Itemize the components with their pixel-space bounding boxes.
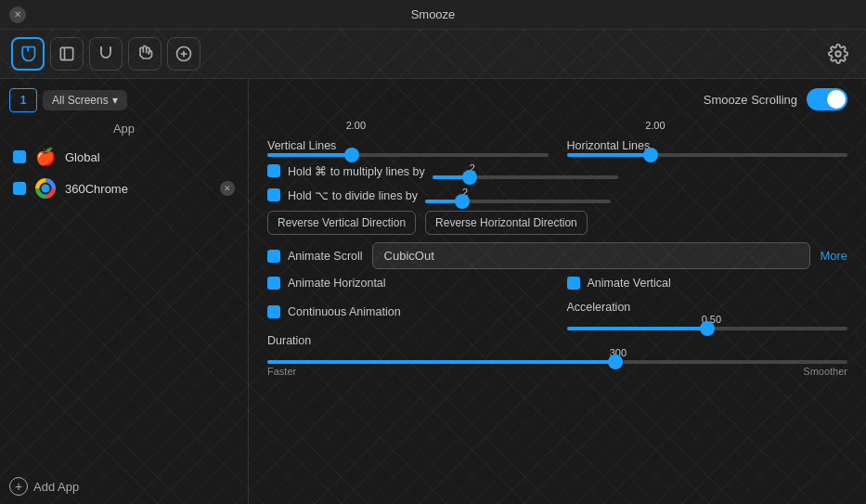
nav-hand-icon[interactable]: [128, 37, 162, 71]
nav-mouse-icon[interactable]: [11, 37, 45, 71]
settings-icon[interactable]: [821, 37, 855, 71]
divide-label: Hold ⌥ to divide lines by: [288, 188, 418, 202]
multiply-track: [433, 175, 618, 179]
all-screens-button[interactable]: All Screens ▾: [43, 90, 127, 110]
duration-thumb[interactable]: [608, 355, 623, 369]
multiply-thumb[interactable]: [462, 170, 477, 185]
animate-type-label: CubicOut: [384, 249, 434, 263]
animate-scroll-label: Animate Scroll: [288, 250, 363, 263]
add-app-button[interactable]: + Add App: [9, 477, 239, 496]
vertical-lines-value: 2.00: [346, 120, 366, 131]
svg-point-8: [835, 51, 841, 57]
animate-vertical-checkbox[interactable]: [567, 277, 580, 290]
animate-horizontal-label: Animate Horizontal: [288, 277, 386, 290]
animate-options-row: Animate Horizontal Animate Vertical: [267, 277, 847, 297]
app-name-global: Global: [65, 150, 235, 164]
window-title: Smooze: [411, 7, 456, 21]
reverse-horizontal-button[interactable]: Reverse Horizontal Direction: [425, 211, 588, 235]
animate-horizontal-checkbox[interactable]: [267, 277, 280, 290]
nav-magnet-icon[interactable]: [89, 37, 123, 71]
topnav: [0, 30, 866, 79]
screen-badge: 1: [9, 88, 37, 112]
app-name-chrome: 360Chrome: [65, 182, 211, 196]
acceleration-track: [567, 327, 848, 330]
duration-row: Duration 300 Faster Smoother: [267, 334, 847, 377]
continuous-accel-row: Continuous Animation Acceleration 0.50: [267, 301, 847, 330]
app-item-chrome[interactable]: 360Chrome ✕: [9, 173, 239, 204]
duration-track: [267, 360, 847, 364]
horizontal-lines-value: 2.00: [645, 120, 665, 131]
close-button[interactable]: ✕: [9, 6, 26, 23]
reverse-row: Reverse Vertical Direction Reverse Horiz…: [267, 211, 847, 235]
add-icon: +: [9, 477, 28, 496]
multiply-row: Hold ⌘ to multiply lines by 2: [267, 162, 847, 179]
duration-label: Duration: [267, 334, 311, 347]
smooze-toggle-row: Smooze Scrolling: [267, 88, 847, 110]
vertical-lines-row: 2.00 Vertical Lines: [267, 120, 549, 157]
remove-app-button[interactable]: ✕: [220, 181, 235, 196]
vertical-lines-thumb[interactable]: [344, 148, 359, 162]
app-checkbox-global[interactable]: [13, 150, 26, 163]
all-screens-label: All Screens: [52, 94, 109, 107]
faster-label: Faster: [267, 366, 296, 377]
vertical-lines-fill: [267, 153, 352, 157]
main-area: 1 All Screens ▾ App 🍎 Global 360Chrome ✕…: [0, 79, 866, 504]
vertical-lines-label: Vertical Lines: [267, 139, 336, 152]
divide-row: Hold ⌥ to divide lines by 2: [267, 187, 847, 203]
horizontal-lines-label: Horizontal Lines: [567, 139, 651, 152]
app-column-label: App: [9, 122, 239, 136]
acceleration-label: Acceleration: [567, 301, 631, 314]
add-app-label: Add App: [33, 480, 79, 494]
nav-gamepad-icon[interactable]: [167, 37, 200, 71]
horizontal-lines-thumb[interactable]: [643, 148, 658, 162]
animate-horizontal-row: Animate Horizontal: [267, 277, 549, 290]
titlebar: ✕ Smooze: [0, 0, 866, 30]
apple-icon: 🍎: [35, 147, 56, 167]
app-item-global[interactable]: 🍎 Global: [9, 141, 239, 173]
horizontal-lines-track: [567, 153, 848, 157]
duration-scale-labels: Faster Smoother: [267, 366, 847, 377]
app-checkbox-chrome[interactable]: [13, 182, 26, 195]
content-area: Smooze Scrolling 2.00 Vertical Lines: [249, 79, 866, 504]
chrome-icon: [35, 178, 56, 199]
animate-type-dropdown[interactable]: CubicOut: [372, 242, 811, 269]
sidebar: 1 All Screens ▾ App 🍎 Global 360Chrome ✕…: [0, 79, 249, 504]
vertical-lines-slider-container: 2.00 Vertical Lines: [267, 120, 549, 157]
smooze-scrolling-label: Smooze Scrolling: [704, 93, 797, 107]
multiply-label: Hold ⌘ to multiply lines by: [288, 164, 425, 178]
nav-scroll-icon[interactable]: [50, 37, 84, 71]
acceleration-thumb[interactable]: [700, 321, 715, 336]
animate-scroll-row: Animate Scroll CubicOut More: [267, 242, 847, 269]
duration-fill: [267, 360, 615, 364]
continuous-animation-checkbox[interactable]: [267, 305, 280, 318]
horizontal-lines-fill: [567, 153, 652, 157]
animate-vertical-label: Animate Vertical: [588, 277, 671, 290]
sidebar-header: 1 All Screens ▾: [9, 88, 239, 112]
reverse-vertical-button[interactable]: Reverse Vertical Direction: [267, 211, 416, 235]
svg-rect-1: [60, 47, 72, 59]
chevron-down-icon: ▾: [112, 94, 118, 107]
divide-checkbox[interactable]: [267, 188, 280, 201]
smooze-toggle[interactable]: [807, 88, 847, 110]
continuous-animation-label: Continuous Animation: [288, 305, 401, 318]
acceleration-fill: [567, 327, 707, 330]
acceleration-row: Acceleration 0.50: [567, 301, 848, 330]
continuous-animation-row: Continuous Animation: [267, 301, 549, 323]
vertical-lines-track: [267, 153, 549, 157]
multiply-checkbox[interactable]: [267, 164, 280, 177]
animate-vertical-row: Animate Vertical: [567, 277, 848, 290]
smoother-label: Smoother: [803, 366, 847, 377]
horizontal-lines-row: 2.00 Horizontal Lines: [567, 120, 848, 157]
sidebar-footer: + Add App: [9, 468, 239, 496]
horizontal-lines-slider-container: 2.00 Horizontal Lines: [567, 120, 848, 157]
more-button[interactable]: More: [820, 249, 847, 263]
close-icon: ✕: [14, 9, 21, 19]
divide-thumb[interactable]: [455, 194, 470, 209]
divide-track: [425, 200, 611, 203]
animate-scroll-checkbox[interactable]: [267, 250, 280, 263]
